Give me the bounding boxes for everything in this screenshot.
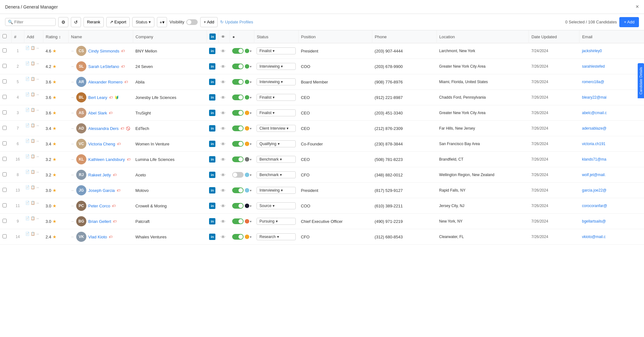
settings-button[interactable]: ⚙ bbox=[58, 17, 68, 27]
document-icon-2[interactable]: 📋 bbox=[31, 201, 35, 205]
document-icon-2[interactable]: 📋 bbox=[31, 77, 35, 81]
swap-icon[interactable]: ↔ bbox=[36, 108, 40, 112]
eye-icon[interactable]: 👁 bbox=[221, 79, 226, 85]
candidate-name[interactable]: Joseph Garcia bbox=[88, 188, 115, 193]
linkedin-icon[interactable]: in bbox=[209, 172, 215, 178]
eye-icon[interactable]: 👁 bbox=[221, 141, 226, 147]
status-dropdown-row[interactable]: Benchmark ▾ bbox=[257, 156, 296, 163]
visibility-toggle[interactable] bbox=[186, 19, 198, 25]
document-icon-2[interactable]: 📋 bbox=[31, 108, 35, 112]
status-dropdown-row[interactable]: Source ▾ bbox=[257, 202, 296, 209]
row-email[interactable]: corocoranfar@ bbox=[579, 198, 644, 214]
status-dropdown-row[interactable]: Interviewing ▾ bbox=[257, 63, 296, 70]
eye-icon[interactable]: 👁 bbox=[221, 219, 226, 224]
status-dropdown-row[interactable]: Interviewing ▾ bbox=[257, 78, 296, 85]
row-checkbox[interactable] bbox=[3, 110, 7, 114]
color-dot-button[interactable]: ▾ bbox=[245, 142, 251, 146]
document-icon[interactable]: 📄 bbox=[25, 154, 30, 158]
linkedin-icon[interactable]: in bbox=[209, 141, 215, 147]
document-icon-2[interactable]: 📋 bbox=[31, 61, 35, 65]
document-icon-2[interactable]: 📋 bbox=[31, 139, 35, 143]
star-icon[interactable]: ★ bbox=[53, 64, 57, 69]
visibility-toggle-row[interactable] bbox=[232, 172, 244, 178]
select-all-checkbox[interactable] bbox=[3, 34, 7, 38]
color-dot-button[interactable]: ▾ bbox=[245, 126, 251, 131]
row-checkbox[interactable] bbox=[3, 79, 7, 83]
row-checkbox[interactable] bbox=[3, 48, 7, 52]
candidate-name[interactable]: Brian Gellert bbox=[88, 219, 111, 224]
visibility-toggle-row[interactable] bbox=[232, 234, 244, 240]
row-checkbox[interactable] bbox=[3, 95, 7, 99]
status-dropdown-row[interactable]: Finalist ▾ bbox=[257, 47, 296, 54]
color-dot-button[interactable]: ▾ bbox=[245, 188, 251, 193]
row-email[interactable]: bleary22@mai bbox=[579, 90, 644, 105]
row-checkbox[interactable] bbox=[3, 172, 7, 176]
status-dropdown-row[interactable]: Qualifying ▾ bbox=[257, 140, 296, 147]
linkedin-icon[interactable]: in bbox=[209, 110, 215, 116]
add-secondary-button[interactable]: + Add bbox=[200, 17, 218, 27]
candidate-name[interactable]: Peter Corco bbox=[88, 204, 110, 208]
eye-icon[interactable]: 👁 bbox=[221, 48, 226, 54]
document-icon-2[interactable]: 📋 bbox=[31, 216, 35, 220]
candidate-name[interactable]: Cindy Simmonds bbox=[88, 49, 119, 53]
row-checkbox[interactable] bbox=[3, 234, 7, 238]
update-profiles-button[interactable]: ↻ Update Profiles bbox=[220, 17, 253, 27]
candidate-name[interactable]: Alessandra Ders bbox=[88, 126, 119, 131]
star-icon[interactable]: ★ bbox=[53, 141, 57, 146]
star-icon[interactable]: ★ bbox=[53, 126, 57, 131]
status-dropdown-row[interactable]: Research ▾ bbox=[257, 233, 296, 240]
document-icon-2[interactable]: 📋 bbox=[31, 92, 35, 96]
document-icon[interactable]: 📄 bbox=[25, 77, 30, 81]
linkedin-icon[interactable]: in bbox=[209, 94, 215, 101]
star-icon[interactable]: ★ bbox=[53, 219, 57, 224]
visibility-toggle-row[interactable] bbox=[232, 218, 244, 224]
linkedin-icon[interactable]: in bbox=[209, 218, 215, 224]
filter-search-box[interactable]: 🔍 bbox=[5, 18, 56, 26]
row-email[interactable]: vkioto@mail.c bbox=[579, 229, 644, 245]
document-icon[interactable]: 📄 bbox=[25, 46, 30, 50]
linkedin-icon[interactable]: in bbox=[209, 48, 215, 54]
visibility-toggle-row[interactable] bbox=[232, 126, 244, 131]
color-dot-button[interactable]: ▾ bbox=[245, 173, 251, 177]
swap-icon[interactable]: ↔ bbox=[36, 139, 40, 143]
color-dot-button[interactable]: ▾ bbox=[245, 95, 251, 100]
swap-icon[interactable]: ↔ bbox=[36, 77, 40, 81]
status-dropdown-row[interactable]: Finalist ▾ bbox=[257, 109, 296, 116]
document-icon[interactable]: 📄 bbox=[25, 170, 30, 174]
swap-icon[interactable]: ↔ bbox=[36, 186, 40, 189]
candidate-name[interactable]: Kathleen Landsbury bbox=[88, 157, 125, 162]
candidate-name[interactable]: Sarah LeStefano bbox=[88, 64, 119, 69]
swap-icon[interactable]: ↔ bbox=[36, 170, 40, 174]
document-icon[interactable]: 📄 bbox=[25, 185, 30, 189]
star-icon[interactable]: ★ bbox=[53, 79, 57, 84]
swap-icon[interactable]: ↔ bbox=[36, 201, 40, 205]
row-checkbox[interactable] bbox=[3, 188, 7, 192]
color-dot-button[interactable]: ▾ bbox=[245, 157, 251, 162]
document-icon[interactable]: 📄 bbox=[25, 232, 30, 236]
row-email[interactable]: bgellartsails@ bbox=[579, 214, 644, 229]
star-icon[interactable]: ★ bbox=[53, 110, 57, 115]
document-icon-2[interactable]: 📋 bbox=[31, 46, 35, 50]
candidate-name[interactable]: Victoria Cheng bbox=[88, 142, 115, 146]
row-checkbox[interactable] bbox=[3, 157, 7, 161]
visibility-toggle-row[interactable] bbox=[232, 141, 244, 147]
star-icon[interactable]: ★ bbox=[53, 157, 57, 162]
star-icon[interactable]: ★ bbox=[53, 172, 57, 177]
document-icon-2[interactable]: 📋 bbox=[31, 170, 35, 174]
candidate-name[interactable]: Alexander Romero bbox=[88, 80, 122, 84]
linkedin-icon[interactable]: in bbox=[209, 63, 215, 70]
status-dropdown-row[interactable]: Finalist ▾ bbox=[257, 94, 296, 101]
swap-icon[interactable]: ↔ bbox=[36, 93, 40, 96]
document-icon-2[interactable]: 📋 bbox=[31, 185, 35, 189]
add-primary-button[interactable]: + Add bbox=[619, 17, 639, 27]
document-icon[interactable]: 📄 bbox=[25, 139, 30, 143]
swap-icon[interactable]: ↔ bbox=[36, 155, 40, 158]
visibility-toggle-row[interactable] bbox=[232, 110, 244, 116]
swap-icon[interactable]: ↔ bbox=[36, 46, 40, 50]
row-email[interactable]: romero18a@ bbox=[579, 74, 644, 90]
document-icon-2[interactable]: 📋 bbox=[31, 123, 35, 127]
row-email[interactable]: klands71@ma bbox=[579, 152, 644, 167]
row-checkbox[interactable] bbox=[3, 141, 7, 145]
refresh-button[interactable]: ↺ bbox=[71, 17, 81, 27]
star-icon[interactable]: ★ bbox=[53, 203, 57, 208]
